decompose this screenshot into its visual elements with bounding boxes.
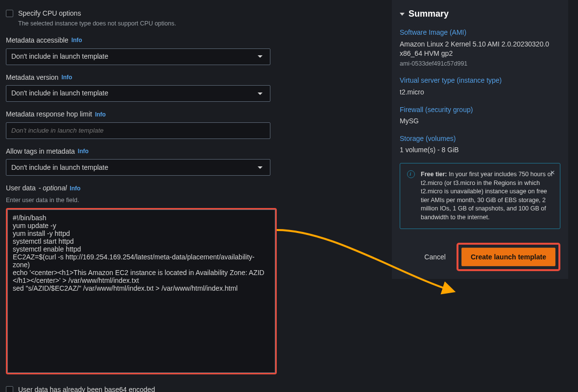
ami-value-line2: x86_64 HVM gp2 bbox=[400, 49, 560, 59]
optional-tag: - optional bbox=[39, 184, 67, 193]
metadata-hop-label: Metadata response hop limit bbox=[6, 110, 92, 119]
metadata-version-select[interactable]: Don't include in launch template bbox=[6, 85, 270, 102]
info-link[interactable]: Info bbox=[70, 184, 80, 193]
info-link[interactable]: Info bbox=[61, 73, 72, 82]
storage-label: Storage (volumes) bbox=[400, 134, 560, 144]
info-link[interactable]: Info bbox=[78, 147, 89, 156]
chevron-down-icon bbox=[400, 13, 405, 16]
storage-value: 1 volume(s) - 8 GiB bbox=[400, 145, 560, 155]
summary-title: Summary bbox=[409, 8, 449, 20]
sg-value: MySG bbox=[400, 116, 560, 126]
ami-value-line1: Amazon Linux 2 Kernel 5.10 AMI 2.0.20230… bbox=[400, 40, 560, 49]
base64-label: User data has already been base64 encode… bbox=[18, 385, 155, 392]
summary-header[interactable]: Summary bbox=[400, 8, 560, 20]
checkbox-icon bbox=[6, 386, 13, 392]
chevron-down-icon bbox=[255, 92, 265, 95]
allow-tags-label: Allow tags in metadata bbox=[6, 147, 75, 157]
ami-label: Software Image (AMI) bbox=[400, 28, 560, 38]
instance-type-label: Virtual server type (instance type) bbox=[400, 76, 560, 86]
metadata-accessible-label: Metadata accessible bbox=[6, 36, 69, 46]
info-icon bbox=[407, 170, 415, 178]
user-data-textarea[interactable] bbox=[7, 209, 275, 373]
checkbox-icon bbox=[6, 10, 13, 17]
create-launch-template-button[interactable]: Create launch template bbox=[461, 248, 555, 266]
info-link[interactable]: Info bbox=[95, 111, 106, 119]
allow-tags-select[interactable]: Don't include in launch template bbox=[6, 159, 270, 176]
instance-type-value: t2.micro bbox=[400, 88, 560, 97]
specify-cpu-options[interactable]: Specify CPU options The selected instanc… bbox=[6, 9, 280, 28]
metadata-accessible-select[interactable]: Don't include in launch template bbox=[6, 48, 270, 65]
sg-label: Firewall (security group) bbox=[400, 105, 560, 115]
chevron-down-icon bbox=[255, 55, 265, 58]
close-icon[interactable]: × bbox=[550, 168, 555, 177]
free-tier-callout: × Free tier: In your first year includes… bbox=[400, 163, 560, 229]
base64-checkbox[interactable]: User data has already been base64 encode… bbox=[6, 385, 280, 392]
user-data-label: User data bbox=[6, 184, 36, 193]
cancel-button[interactable]: Cancel bbox=[422, 249, 448, 265]
info-link[interactable]: Info bbox=[72, 36, 82, 45]
cpu-options-helper: The selected instance type does not supp… bbox=[18, 20, 176, 28]
ami-id: ami-0533def491c57d991 bbox=[400, 60, 560, 69]
metadata-hop-input[interactable] bbox=[6, 122, 270, 139]
chevron-down-icon bbox=[255, 166, 265, 169]
cpu-options-label: Specify CPU options bbox=[18, 9, 81, 17]
user-data-helper: Enter user data in the field. bbox=[6, 196, 280, 205]
metadata-version-label: Metadata version bbox=[6, 73, 58, 83]
